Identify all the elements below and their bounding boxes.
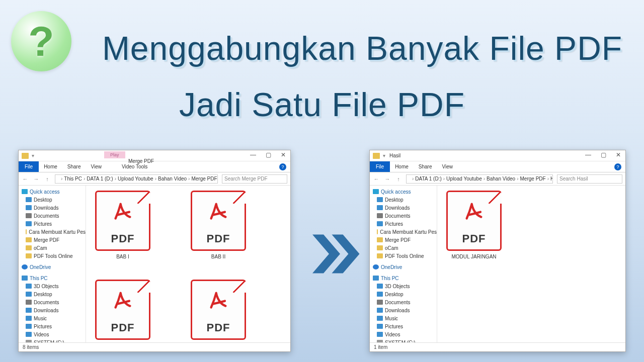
- file-tile[interactable]: PDFBAB III: [90, 280, 155, 342]
- nav-item[interactable]: Merge PDF: [22, 236, 86, 244]
- nav-header-quick-access[interactable]: Quick access: [22, 188, 86, 196]
- nav-item[interactable]: Desktop: [22, 196, 86, 204]
- file-pane[interactable]: PDFBAB IPDFBAB IIPDFBAB IIIPDFBAB IV: [86, 186, 290, 342]
- pdf-icon: PDF: [446, 191, 502, 251]
- address-bar: ← → ↑ ›DATA 1 (D:) ›Upload Youtube ›Baha…: [370, 172, 625, 186]
- nav-header-this-pc[interactable]: This PC: [22, 274, 86, 282]
- nav-item[interactable]: Documents: [373, 212, 437, 220]
- nav-item[interactable]: PDF Tools Online: [22, 252, 86, 260]
- nav-item[interactable]: Desktop: [373, 196, 437, 204]
- folder-icon: [373, 153, 380, 159]
- nav-back-button[interactable]: ←: [22, 175, 29, 183]
- nav-item[interactable]: Downloads: [22, 306, 86, 314]
- status-bar: 8 items: [19, 342, 290, 351]
- nav-header-quick-access[interactable]: Quick access: [373, 188, 437, 196]
- nav-item[interactable]: PDF Tools Online: [373, 252, 437, 260]
- nav-item[interactable]: Cara Membuat Kartu Pes: [22, 228, 86, 236]
- nav-forward-button[interactable]: →: [384, 175, 391, 183]
- tab-home[interactable]: Home: [390, 161, 414, 172]
- nav-up-button[interactable]: ↑: [395, 175, 402, 183]
- nav-item[interactable]: 3D Objects: [22, 282, 86, 290]
- nav-item[interactable]: Downloads: [373, 306, 437, 314]
- title-bar: ▾ Hasil — ▢ ✕: [370, 150, 625, 161]
- nav-item[interactable]: Pictures: [373, 220, 437, 228]
- nav-up-button[interactable]: ↑: [44, 175, 51, 183]
- tab-share[interactable]: Share: [414, 161, 437, 172]
- nav-item[interactable]: Downloads: [22, 204, 86, 212]
- nav-item[interactable]: Videos: [22, 330, 86, 338]
- tab-file[interactable]: File: [370, 161, 390, 172]
- nav-item[interactable]: Music: [373, 314, 437, 322]
- title-caret: ▾: [32, 153, 34, 158]
- maximize-button[interactable]: ▢: [263, 151, 273, 158]
- nav-header-onedrive[interactable]: OneDrive: [373, 263, 437, 271]
- help-icon[interactable]: ?: [279, 163, 286, 170]
- tab-file[interactable]: File: [19, 161, 39, 172]
- tab-home[interactable]: Home: [39, 161, 62, 172]
- nav-item[interactable]: oCam: [22, 244, 86, 252]
- nav-item[interactable]: Videos: [373, 330, 437, 338]
- file-tile[interactable]: PDFBAB I: [90, 191, 155, 259]
- tab-view[interactable]: View: [86, 161, 107, 172]
- contextual-tab-play[interactable]: Play: [104, 151, 125, 158]
- nav-pane: Quick accessDesktopDownloadsDocumentsPic…: [370, 186, 437, 342]
- search-input[interactable]: Search Merge PDF: [222, 174, 287, 184]
- nav-item[interactable]: Desktop: [373, 290, 437, 298]
- nav-item[interactable]: Desktop: [22, 290, 86, 298]
- explorer-window-result: ▾ Hasil — ▢ ✕ File Home Share View ? ← →…: [369, 150, 626, 352]
- file-tile[interactable]: PDFBAB IV: [186, 280, 251, 342]
- nav-header-onedrive[interactable]: OneDrive: [22, 263, 86, 271]
- window-title: Merge PDF: [128, 158, 154, 164]
- title-caret: ▾: [383, 153, 385, 158]
- nav-item[interactable]: Documents: [373, 298, 437, 306]
- nav-item[interactable]: Merge PDF: [373, 236, 437, 244]
- nav-item[interactable]: SYSTEM (C:): [22, 338, 86, 342]
- question-mark-badge: ?: [11, 11, 71, 71]
- nav-item[interactable]: Documents: [22, 298, 86, 306]
- nav-item[interactable]: Documents: [22, 212, 86, 220]
- nav-item[interactable]: Downloads: [373, 204, 437, 212]
- pdf-icon: PDF: [191, 191, 246, 251]
- close-button[interactable]: ✕: [278, 151, 288, 158]
- file-label: BAB I: [116, 254, 129, 259]
- status-bar: 1 item: [370, 342, 625, 351]
- nav-item[interactable]: oCam: [373, 244, 437, 252]
- file-label: MODUL JARINGAN: [451, 254, 496, 259]
- minimize-button[interactable]: —: [583, 151, 593, 158]
- file-tile[interactable]: PDFMODUL JARINGAN: [441, 191, 507, 259]
- headline-1: Menggabungkan Banyak File PDF: [80, 29, 644, 67]
- pdf-icon: PDF: [95, 191, 150, 251]
- search-input[interactable]: Search Hasil: [557, 174, 622, 184]
- pdf-icon: PDF: [191, 280, 246, 340]
- nav-item[interactable]: Pictures: [22, 220, 86, 228]
- nav-pane: Quick accessDesktopDownloadsDocumentsPic…: [19, 186, 86, 342]
- address-bar: ← → ↑ ›This PC ›DATA 1 (D:) ›Upload Yout…: [19, 172, 290, 186]
- breadcrumb[interactable]: ›This PC ›DATA 1 (D:) ›Upload Youtube ›B…: [55, 174, 218, 184]
- window-title: Hasil: [389, 153, 400, 158]
- maximize-button[interactable]: ▢: [598, 151, 608, 158]
- tab-share[interactable]: Share: [62, 161, 86, 172]
- explorer-window-source: ▾ Play Merge PDF — ▢ ✕ File Home Share V…: [18, 150, 291, 352]
- breadcrumb[interactable]: ›DATA 1 (D:) ›Upload Youtube ›Bahan Vide…: [406, 174, 553, 184]
- close-button[interactable]: ✕: [613, 151, 623, 158]
- nav-header-this-pc[interactable]: This PC: [373, 274, 437, 282]
- file-tile[interactable]: PDFBAB II: [186, 191, 251, 259]
- folder-icon: [22, 153, 29, 159]
- title-bar: ▾ Play Merge PDF — ▢ ✕: [19, 150, 290, 161]
- minimize-button[interactable]: —: [248, 151, 258, 158]
- nav-forward-button[interactable]: →: [33, 175, 40, 183]
- help-icon[interactable]: ?: [614, 163, 621, 170]
- nav-item[interactable]: Pictures: [22, 322, 86, 330]
- arrow-icon: [307, 226, 362, 282]
- pdf-icon: PDF: [95, 280, 150, 340]
- nav-back-button[interactable]: ←: [373, 175, 380, 183]
- nav-item[interactable]: Music: [22, 314, 86, 322]
- ribbon: File Home Share View Video Tools ?: [19, 161, 290, 172]
- nav-item[interactable]: SYSTEM (C:): [373, 338, 437, 342]
- nav-item[interactable]: Pictures: [373, 322, 437, 330]
- file-label: BAB II: [211, 254, 225, 259]
- tab-view[interactable]: View: [437, 161, 458, 172]
- file-pane[interactable]: PDFMODUL JARINGAN: [437, 186, 625, 342]
- nav-item[interactable]: Cara Membuat Kartu Pes: [373, 228, 437, 236]
- nav-item[interactable]: 3D Objects: [373, 282, 437, 290]
